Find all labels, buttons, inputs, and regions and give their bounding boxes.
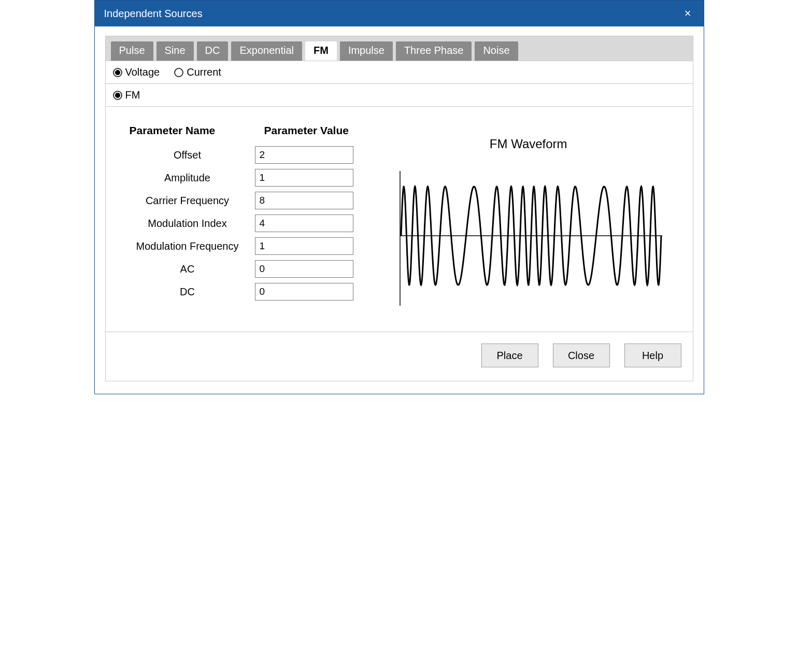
help-button[interactable]: Help: [624, 344, 681, 367]
body-area: Parameter Name Parameter Value Offset Am…: [106, 107, 693, 332]
tab-fm[interactable]: FM: [305, 41, 337, 61]
tab-noise[interactable]: Noise: [475, 41, 518, 61]
parameter-table: Parameter Name Parameter Value Offset Am…: [120, 119, 358, 305]
waveform-title: FM Waveform: [490, 137, 567, 151]
content-area: Pulse Sine DC Exponential FM Impulse Thr…: [95, 26, 704, 394]
tab-dc[interactable]: DC: [197, 41, 229, 61]
radio-dot-icon: [174, 68, 183, 77]
tab-strip: Pulse Sine DC Exponential FM Impulse Thr…: [106, 36, 693, 61]
param-label-carrier-frequency: Carrier Frequency: [120, 191, 255, 210]
param-input-modulation-frequency[interactable]: [255, 237, 353, 255]
table-row: Modulation Index: [120, 213, 358, 233]
param-input-amplitude[interactable]: [255, 169, 353, 187]
tab-exponential[interactable]: Exponential: [231, 41, 302, 61]
param-label-ac: AC: [120, 259, 255, 279]
table-row: Modulation Frequency: [120, 236, 358, 256]
titlebar: Independent Sources ×: [95, 1, 704, 26]
table-row: AC: [120, 259, 358, 279]
param-label-modulation-frequency: Modulation Frequency: [120, 236, 255, 256]
radio-voltage-label: Voltage: [125, 66, 160, 78]
close-icon[interactable]: ×: [681, 8, 694, 19]
param-input-modulation-index[interactable]: [255, 215, 353, 232]
param-input-carrier-frequency[interactable]: [255, 192, 353, 209]
radio-fm[interactable]: FM: [113, 89, 140, 101]
window-title: Independent Sources: [104, 8, 681, 20]
radio-current-label: Current: [187, 66, 221, 78]
param-label-offset: Offset: [120, 145, 255, 165]
footer-buttons: Place Close Help: [106, 332, 693, 381]
param-input-ac[interactable]: [255, 260, 353, 278]
radio-dot-icon: [113, 91, 122, 100]
radio-dot-icon: [113, 68, 122, 77]
radio-current[interactable]: Current: [174, 66, 221, 78]
main-panel: Pulse Sine DC Exponential FM Impulse Thr…: [105, 36, 693, 381]
table-row: Amplitude: [120, 168, 358, 188]
radio-voltage[interactable]: Voltage: [113, 66, 160, 78]
param-label-modulation-index: Modulation Index: [120, 213, 255, 233]
param-header-value: Parameter Value: [255, 122, 358, 142]
place-button[interactable]: Place: [481, 344, 538, 367]
table-row: Offset: [120, 145, 358, 165]
param-label-amplitude: Amplitude: [120, 168, 255, 188]
waveform-mode-row: FM: [106, 84, 693, 107]
dialog-window: Independent Sources × Pulse Sine DC Expo…: [94, 0, 704, 394]
tab-sine[interactable]: Sine: [156, 41, 194, 61]
parameter-table-area: Parameter Name Parameter Value Offset Am…: [120, 119, 358, 311]
radio-fm-label: FM: [125, 89, 140, 101]
param-input-offset[interactable]: [255, 146, 353, 164]
close-button[interactable]: Close: [553, 344, 610, 367]
param-label-dc: DC: [120, 282, 255, 302]
tab-pulse[interactable]: Pulse: [111, 41, 153, 61]
tab-impulse[interactable]: Impulse: [340, 41, 393, 61]
fm-waveform-icon: [394, 161, 663, 311]
tab-three-phase[interactable]: Three Phase: [396, 41, 472, 61]
param-input-dc[interactable]: [255, 283, 353, 301]
table-row: Carrier Frequency: [120, 191, 358, 210]
waveform-preview: FM Waveform: [379, 119, 678, 311]
source-type-row: Voltage Current: [106, 61, 693, 84]
param-header-name: Parameter Name: [120, 122, 255, 142]
table-row: DC: [120, 282, 358, 302]
